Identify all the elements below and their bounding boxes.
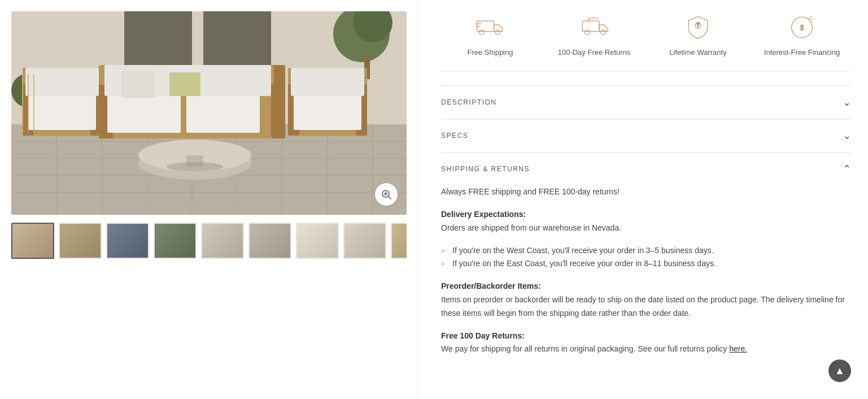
free-shipping-icon (474, 11, 506, 43)
svg-rect-54 (477, 21, 494, 31)
returns-label: Free 100 Day Returns: (441, 331, 525, 340)
svg-rect-26 (25, 68, 99, 96)
svg-point-55 (479, 30, 484, 34)
thumbnail-1[interactable] (11, 223, 54, 259)
shipping-accordion: SHIPPING & RETURNS ⌃ Always FREE shippin… (441, 152, 851, 376)
shipping-content: Always FREE shipping and FREE 100-day re… (441, 185, 851, 376)
svg-rect-45 (291, 68, 364, 96)
svg-point-49 (167, 162, 223, 171)
scroll-top-button[interactable]: ▲ (828, 359, 851, 382)
scroll-top-icon: ▲ (835, 365, 845, 377)
svg-point-61 (601, 30, 605, 34)
thumbnail-7[interactable] (296, 223, 339, 259)
benefit-free-shipping: Free Shipping (441, 11, 539, 58)
specs-header[interactable]: SPECS ⌄ (441, 119, 851, 152)
shipping-chevron: ⌃ (843, 163, 851, 175)
specs-chevron: ⌄ (843, 129, 851, 142)
description-header[interactable]: DESCRIPTION ⌄ (441, 86, 851, 119)
svg-rect-34 (107, 94, 181, 133)
thumbnail-6[interactable] (248, 223, 291, 259)
svg-rect-37 (121, 71, 155, 98)
free-shipping-label: Free Shipping (468, 47, 513, 58)
specs-title: SPECS (441, 132, 468, 140)
zoom-button[interactable] (375, 183, 398, 206)
description-chevron: ⌄ (843, 96, 851, 109)
svg-rect-39 (169, 72, 200, 96)
delivery-text: Orders are shipped from our warehouse in… (441, 223, 621, 232)
svg-line-65 (810, 16, 812, 17)
shipping-title: SHIPPING & RETURNS (441, 165, 530, 173)
thumbnail-5[interactable] (201, 223, 244, 259)
returns-policy-link[interactable]: here. (729, 344, 747, 353)
thumbnail-9[interactable] (391, 223, 407, 259)
svg-rect-44 (294, 93, 361, 130)
left-panel (0, 0, 418, 399)
interest-free-icon: $ (786, 11, 818, 43)
delivery-label: Delivery Expectations: (441, 210, 526, 219)
interest-free-label: Interest-Free Financing (764, 47, 840, 58)
right-panel: Free Shipping 100-Day Free Returns (418, 0, 868, 399)
svg-text:$: $ (800, 23, 804, 32)
svg-line-51 (389, 197, 391, 199)
product-image-svg (11, 11, 407, 215)
benefit-interest-free: $ Interest-Free Financing (753, 11, 851, 58)
svg-point-56 (495, 30, 500, 34)
description-accordion: DESCRIPTION ⌄ (441, 85, 851, 119)
preorder-label: Preorder/Backorder Items: (441, 281, 541, 290)
thumbnail-3[interactable] (106, 223, 149, 259)
svg-rect-59 (582, 21, 599, 31)
main-image (11, 11, 407, 215)
free-returns-icon (578, 11, 610, 43)
specs-accordion: SPECS ⌄ (441, 119, 851, 152)
thumbnail-2[interactable] (59, 223, 102, 259)
preorder-text: Items on preorder or backorder will be r… (441, 295, 845, 318)
svg-point-60 (585, 30, 589, 34)
preorder-section: Preorder/Backorder Items: Items on preor… (441, 280, 851, 320)
delivery-list-item-1: If you're on the West Coast, you'll rece… (441, 244, 851, 258)
shipping-header[interactable]: SHIPPING & RETURNS ⌃ (441, 153, 851, 185)
thumbnail-4[interactable] (154, 223, 197, 259)
benefit-free-returns: 100-Day Free Returns (545, 11, 643, 58)
page-layout: Free Shipping 100-Day Free Returns (0, 0, 868, 399)
thumbnail-row (11, 223, 407, 259)
free-returns-label: 100-Day Free Returns (558, 47, 631, 58)
returns-section: Free 100 Day Returns: We pay for shippin… (441, 329, 851, 357)
thumbnail-8[interactable] (343, 223, 386, 259)
delivery-expectations: Delivery Expectations: Orders are shippe… (441, 208, 851, 235)
delivery-list-item-2: If you're on the East Coast, you'll rece… (441, 257, 851, 271)
svg-rect-25 (28, 93, 96, 130)
benefit-lifetime-warranty: Lifetime Warranty (649, 11, 747, 58)
description-title: DESCRIPTION (441, 98, 497, 106)
zoom-icon (381, 189, 392, 200)
lifetime-warranty-icon (682, 11, 714, 43)
delivery-list: If you're on the West Coast, you'll rece… (441, 244, 851, 271)
returns-text: We pay for shipping for all returns in o… (441, 344, 729, 353)
svg-rect-35 (186, 94, 260, 133)
benefits-row: Free Shipping 100-Day Free Returns (441, 11, 851, 72)
shipping-intro: Always FREE shipping and FREE 100-day re… (441, 185, 851, 199)
lifetime-warranty-label: Lifetime Warranty (669, 47, 726, 58)
